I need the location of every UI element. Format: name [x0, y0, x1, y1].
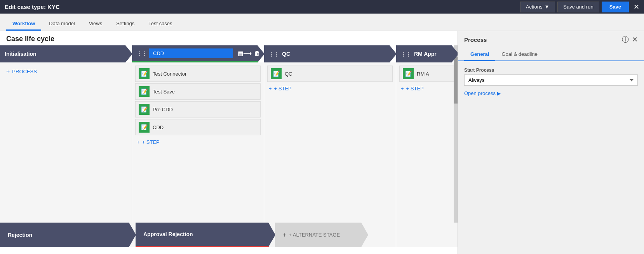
- step-icon: 📝: [139, 86, 150, 97]
- tab-bar: Workflow Data model Views Settings Test …: [0, 14, 644, 31]
- save-and-run-button[interactable]: Save and run: [557, 2, 599, 12]
- drag-handle-icon: ⋮⋮: [137, 50, 147, 56]
- panel-close-button[interactable]: ✕: [632, 35, 638, 44]
- tab-test-cases[interactable]: Test cases: [142, 17, 178, 31]
- stage-cdd-header-icons: ▤⟶ 🗑: [238, 50, 260, 57]
- right-panel: Process ⓘ ✕ General Goal & deadline Star…: [458, 31, 644, 254]
- plus-icon: +: [283, 232, 286, 238]
- workflow-area: Case life cycle Initialisation + PROCESS: [0, 31, 458, 254]
- open-process-link[interactable]: Open process ▶: [464, 90, 638, 96]
- stages-container: Initialisation + PROCESS ⋮⋮ ▤⟶ 🗑: [0, 45, 458, 247]
- stage-rejection[interactable]: Rejection: [0, 223, 136, 247]
- step-pre-cdd[interactable]: 📝 Pre CDD: [135, 101, 261, 117]
- scrollbar-track[interactable]: [454, 45, 458, 223]
- stage-qc-body: 📝 QC + + STEP: [264, 62, 396, 247]
- panel-tab-goal-deadline[interactable]: Goal & deadline: [495, 49, 544, 61]
- tab-views[interactable]: Views: [83, 17, 108, 31]
- scrollbar-thumb[interactable]: [454, 57, 458, 104]
- step-qc[interactable]: 📝 QC: [267, 66, 393, 82]
- step-icon: 📝: [139, 122, 150, 133]
- add-process-button[interactable]: + PROCESS: [3, 66, 129, 77]
- plus-icon: +: [137, 139, 140, 145]
- stage-cdd: ⋮⋮ ▤⟶ 🗑 📝 Test Connector 📝 Tes: [132, 45, 264, 247]
- stage-cdd-body: 📝 Test Connector 📝 Test Save 📝 Pre CDD 📝…: [132, 62, 264, 247]
- stage-qc: ⋮⋮ QC 📝 QC + + STEP: [264, 45, 396, 247]
- right-panel-header: Process ⓘ ✕: [458, 31, 644, 44]
- tab-data-model[interactable]: Data model: [43, 17, 81, 31]
- add-step-rm[interactable]: + + STEP: [399, 83, 455, 94]
- step-icon: 📝: [139, 104, 150, 115]
- step-test-save[interactable]: 📝 Test Save: [135, 83, 261, 100]
- page-title: Edit case type: KYC: [5, 3, 60, 10]
- right-panel-header-icons: ⓘ ✕: [622, 35, 638, 44]
- bottom-stages: Rejection Approval Rejection + + ALTERNA…: [0, 223, 458, 247]
- panel-content: Start Process Always On condition Never …: [458, 61, 644, 254]
- plus-icon: +: [401, 86, 404, 92]
- plus-icon: +: [6, 68, 10, 75]
- top-header: Edit case type: KYC Actions ▼ Save and r…: [0, 0, 644, 14]
- add-step-cdd[interactable]: + + STEP: [135, 137, 261, 147]
- actions-button[interactable]: Actions ▼: [520, 2, 555, 12]
- stage-rm: ⋮⋮ RM Appr 📝 RM A + + STEP: [396, 45, 458, 247]
- chevron-down-icon: ▼: [544, 4, 549, 10]
- right-panel-title: Process: [464, 36, 487, 43]
- step-icon: 📝: [403, 68, 414, 79]
- stage-rm-body: 📝 RM A + + STEP: [396, 62, 458, 247]
- external-link-icon: ▶: [497, 91, 501, 96]
- plus-icon: +: [269, 86, 272, 92]
- case-lifecycle-title: Case life cycle: [0, 31, 458, 45]
- stage-approval-rejection[interactable]: Approval Rejection: [136, 223, 275, 247]
- drag-handle-icon: ⋮⋮: [401, 51, 411, 57]
- delete-icon[interactable]: 🗑: [254, 50, 260, 57]
- stage-initialisation-header: Initialisation: [0, 45, 132, 62]
- tab-settings[interactable]: Settings: [110, 17, 141, 31]
- tab-workflow[interactable]: Workflow: [6, 17, 41, 31]
- stage-qc-header: ⋮⋮ QC: [264, 45, 397, 62]
- step-cdd[interactable]: 📝 CDD: [135, 119, 261, 135]
- connect-icon[interactable]: ▤⟶: [238, 50, 252, 57]
- add-step-qc[interactable]: + + STEP: [267, 83, 393, 94]
- stage-cdd-name-input[interactable]: [149, 48, 233, 58]
- start-process-label: Start Process: [464, 67, 638, 73]
- panel-tabs: General Goal & deadline: [458, 46, 644, 61]
- step-test-connector[interactable]: 📝 Test Connector: [135, 66, 261, 82]
- start-process-select[interactable]: Always On condition Never: [464, 74, 638, 86]
- add-alternate-stage-button[interactable]: + + ALTERNATE STAGE: [275, 223, 368, 247]
- stage-rm-header: ⋮⋮ RM Appr: [396, 45, 458, 62]
- help-button[interactable]: ⓘ: [622, 35, 629, 44]
- header-actions: Actions ▼ Save and run Save ✕: [520, 2, 639, 12]
- stage-cdd-header[interactable]: ⋮⋮ ▤⟶ 🗑: [132, 45, 265, 62]
- save-button[interactable]: Save: [602, 2, 629, 12]
- panel-tab-general[interactable]: General: [464, 49, 495, 61]
- stage-initialisation: Initialisation + PROCESS: [0, 45, 132, 247]
- close-button[interactable]: ✕: [634, 3, 639, 11]
- step-icon: 📝: [139, 68, 150, 79]
- stage-initialisation-body: + PROCESS: [0, 62, 132, 247]
- step-rm[interactable]: 📝 RM A: [399, 66, 455, 82]
- step-icon: 📝: [271, 68, 282, 79]
- drag-handle-icon: ⋮⋮: [269, 51, 279, 57]
- main-content: Case life cycle Initialisation + PROCESS: [0, 31, 644, 254]
